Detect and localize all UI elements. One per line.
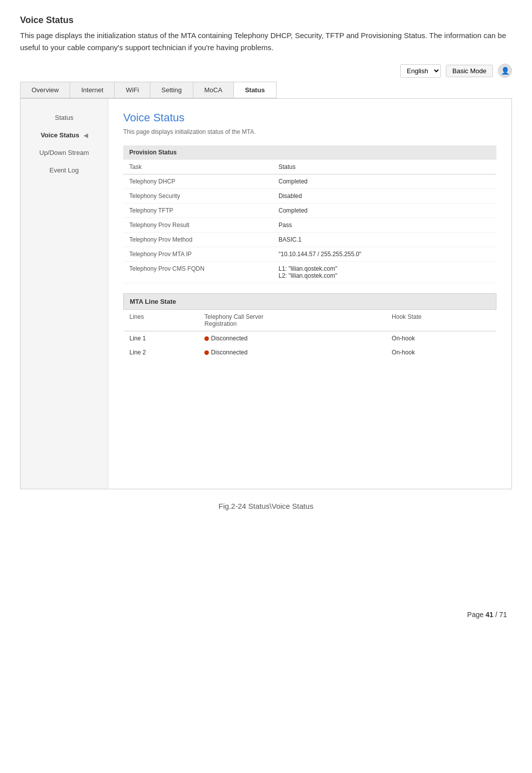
table-row: Telephony Prov Method BASIC.1 xyxy=(123,233,496,247)
tab-internet[interactable]: Internet xyxy=(70,82,115,98)
sidebar-item-updown-stream[interactable]: Up/Down Stream xyxy=(21,144,108,161)
col-status-header: Status xyxy=(273,160,496,174)
tab-overview[interactable]: Overview xyxy=(21,82,70,98)
table-row: Telephony TFTP Completed xyxy=(123,204,496,218)
col-registration-header: Telephony Call ServerRegistration xyxy=(198,310,386,331)
mta-header: MTA Line State xyxy=(124,294,496,310)
tab-wifi[interactable]: WiFi xyxy=(115,82,150,98)
provision-table: Provision Status Task Status Telephony D… xyxy=(123,145,496,283)
basic-mode-button[interactable]: Basic Mode xyxy=(446,65,493,77)
main-layout: Status Voice Status ◀ Up/Down Stream Eve… xyxy=(20,98,512,489)
cms-fqdn-l2: L2: "lilian.qostek.com" xyxy=(279,272,490,279)
content-panel: Voice Status This page displays initiali… xyxy=(108,99,511,489)
top-bar: English Basic Mode 👤 xyxy=(20,64,512,78)
sidebar-item-event-log[interactable]: Event Log xyxy=(21,161,108,179)
table-row: Line 2 Disconnected On-hook xyxy=(124,345,496,359)
table-row: Telephony DHCP Completed xyxy=(123,174,496,189)
sidebar: Status Voice Status ◀ Up/Down Stream Eve… xyxy=(21,99,108,489)
table-row: Telephony Security Disabled xyxy=(123,189,496,204)
dot-disconnected-2 xyxy=(204,350,209,355)
figure-caption: Fig.2-24 Status\Voice Status xyxy=(20,502,512,510)
col-task-header: Task xyxy=(123,160,273,174)
page-separator: / xyxy=(493,611,499,619)
tab-setting[interactable]: Setting xyxy=(150,82,193,98)
sidebar-item-voice-status[interactable]: Voice Status ◀ xyxy=(21,126,108,144)
dot-disconnected-1 xyxy=(204,336,209,341)
provision-header: Provision Status xyxy=(123,145,496,160)
page-header-desc: This page displays the initialization st… xyxy=(20,30,512,54)
page-total: 71 xyxy=(499,611,507,619)
content-title: Voice Status xyxy=(123,111,496,124)
page-current: 41 xyxy=(485,611,493,619)
page-number: Page 41 / 71 xyxy=(20,611,512,619)
table-row: Telephony Prov CMS FQDN L1: "lilian.qost… xyxy=(123,262,496,283)
sidebar-item-status[interactable]: Status xyxy=(21,109,108,126)
content-subtitle: This page displays initialization status… xyxy=(123,128,496,135)
mta-table: MTA Line State Lines Telephony Call Serv… xyxy=(123,293,496,359)
tab-moca[interactable]: MoCA xyxy=(193,82,234,98)
user-icon[interactable]: 👤 xyxy=(498,64,512,78)
cms-fqdn-l1: L1: "lilian.qostek.com" xyxy=(279,265,490,272)
page-header-title: Voice Status xyxy=(20,15,512,26)
nav-tabs: Overview Internet WiFi Setting MoCA Stat… xyxy=(20,82,277,98)
language-select[interactable]: English xyxy=(400,64,441,78)
table-row: Telephony Prov Result Pass xyxy=(123,218,496,233)
page-text: Page xyxy=(467,611,486,619)
table-row: Line 1 Disconnected On-hook xyxy=(124,331,496,346)
col-hook-header: Hook State xyxy=(386,310,496,331)
sidebar-arrow-icon: ◀ xyxy=(84,132,88,139)
col-lines-header: Lines xyxy=(124,310,199,331)
tab-status[interactable]: Status xyxy=(234,82,276,98)
table-row: Telephony Prov MTA IP "10.10.144.57 / 25… xyxy=(123,247,496,262)
